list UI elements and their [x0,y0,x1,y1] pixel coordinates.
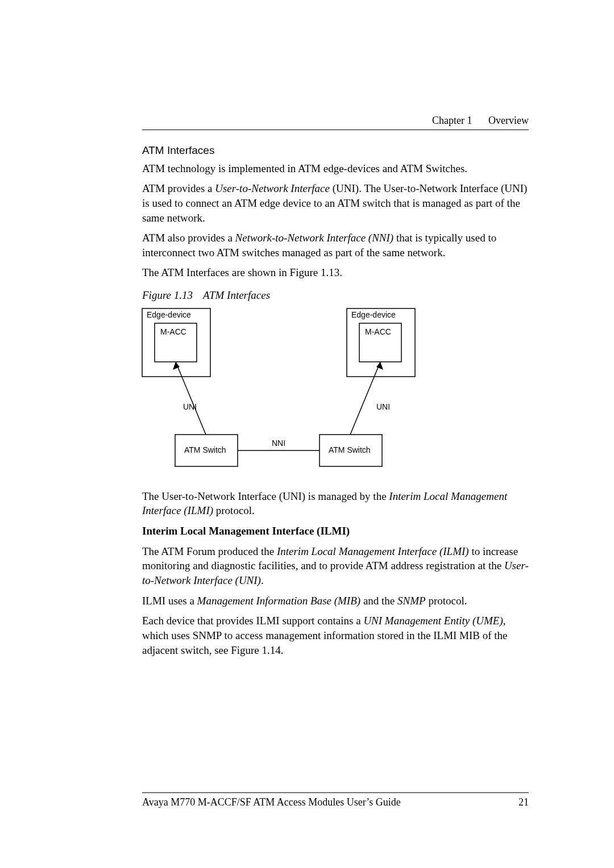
diagram-label-uni: UNI [376,402,390,411]
diagram-label-atm-switch: ATM Switch [329,445,371,454]
paragraph: ATM also provides a Network-to-Network I… [142,231,529,260]
figure-caption: Figure 1.13ATM Interfaces [142,288,529,303]
footer-rule [142,792,529,793]
paragraph: ILMI uses a Management Information Base … [142,594,529,608]
text: Each device that provides ILMI support c… [142,615,363,627]
diagram-label-macc: M-ACC [160,327,186,336]
svg-line-4 [176,362,206,435]
emphasis: Network-to-Network Interface (NNI) [235,232,394,244]
running-header: Chapter 1 Overview [432,114,529,127]
text: protocol. [426,595,467,607]
page-number: 21 [518,795,529,809]
bold-heading: Interim Local Management Interface (ILMI… [142,524,529,539]
figure-label: Figure 1.13 [142,289,193,301]
chapter-title: Overview [488,115,529,126]
emphasis: Interim Local Management Interface (ILMI… [277,545,469,557]
text: The User-to-Network Interface (UNI) is m… [142,490,389,502]
diagram-label-atm-switch: ATM Switch [184,445,226,454]
paragraph: The ATM Forum produced the Interim Local… [142,544,529,588]
text: ATM also provides a [142,232,235,244]
diagram-label-macc: M-ACC [365,327,391,336]
section-heading: ATM Interfaces [142,143,529,158]
emphasis: SNMP [397,595,426,607]
footer-text: Avaya M770 M-ACCF/SF ATM Access Modules … [142,796,401,808]
text: ATM provides a [142,182,215,194]
paragraph: ATM technology is implemented in ATM edg… [142,161,529,176]
figure-diagram: Edge-device M-ACC Edge-device M-ACC UNI … [142,308,415,479]
diagram-label-edge-device: Edge-device [147,310,191,319]
emphasis: Management Information Base (MIB) [197,595,361,607]
diagram-label-edge-device: Edge-device [351,310,396,319]
text: The ATM Forum produced the [142,545,277,557]
emphasis: UNI Management Entity (UME) [363,615,503,627]
page: Chapter 1 Overview ATM Interfaces ATM te… [0,0,614,868]
chapter-label: Chapter 1 [432,115,472,126]
text: . [261,574,264,586]
content: ATM Interfaces ATM technology is impleme… [142,143,529,663]
diagram-label-uni: UNI [183,402,197,411]
paragraph: The User-to-Network Interface (UNI) is m… [142,489,529,518]
text: and the [360,595,397,607]
paragraph: ATM provides a User-to-Network Interface… [142,181,529,225]
text: protocol. [213,504,255,516]
header-rule [142,130,529,130]
figure-title: ATM Interfaces [203,289,270,301]
paragraph: The ATM Interfaces are shown in Figure 1… [142,265,529,280]
emphasis: User-to-Network Interface [215,182,330,194]
text: ILMI uses a [142,595,197,607]
diagram-label-nni: NNI [272,439,285,448]
footer: Avaya M770 M-ACCF/SF ATM Access Modules … [142,795,529,809]
svg-line-6 [350,362,380,435]
paragraph: Each device that provides ILMI support c… [142,614,529,657]
